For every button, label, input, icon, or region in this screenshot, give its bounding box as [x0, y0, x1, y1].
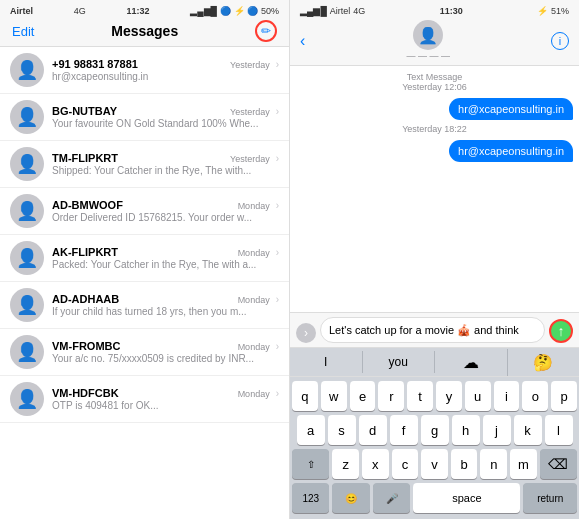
msg-content: AD-ADHAAB Monday › If your child has tur… [52, 293, 279, 318]
msg-time: Yesterday › [230, 153, 279, 164]
autocomplete-item-you[interactable]: you [363, 351, 436, 373]
key-a[interactable]: a [297, 415, 325, 445]
msg-content: +91 98831 87881 Yesterday › hr@xcapeonsu… [52, 58, 279, 83]
emoji-key[interactable]: 😊 [332, 483, 369, 513]
send-icon: ↑ [558, 323, 565, 339]
key-s[interactable]: s [328, 415, 356, 445]
list-item[interactable]: 👤 AK-FLIPKRT Monday › Packed: Your Catch… [0, 235, 289, 282]
send-button[interactable]: ↑ [549, 319, 573, 343]
key-c[interactable]: c [392, 449, 419, 479]
contact-person-icon: 👤 [418, 26, 438, 45]
keyboard: q w e r t y u i o p a s d f g h j k l ⇧ … [290, 377, 579, 519]
left-panel: Airtel 4G 11:32 ▂▄▆█ 🔵 ⚡ 🔵 50% Edit Mess… [0, 0, 290, 519]
key-h[interactable]: h [452, 415, 480, 445]
key-l[interactable]: l [545, 415, 573, 445]
list-item[interactable]: 👤 VM-HDFCBK Monday › OTP is 409481 for O… [0, 376, 289, 423]
key-w[interactable]: w [321, 381, 347, 411]
list-item[interactable]: 👤 AD-BMWOOF Monday › Order Delivered ID … [0, 188, 289, 235]
compose-icon: ✏ [261, 24, 271, 38]
mic-key[interactable]: 🎤 [373, 483, 410, 513]
key-d[interactable]: d [359, 415, 387, 445]
autocomplete-item-i[interactable]: I [290, 351, 363, 373]
msg-preview: Packed: Your Catcher in the Rye, The wit… [52, 259, 279, 270]
num-key[interactable]: 123 [292, 483, 329, 513]
msg-content: VM-HDFCBK Monday › OTP is 409481 for OK.… [52, 387, 279, 412]
key-t[interactable]: t [407, 381, 433, 411]
right-carrier-name: Airtel [330, 6, 351, 16]
key-v[interactable]: v [421, 449, 448, 479]
expand-button[interactable]: › [296, 323, 316, 343]
avatar: 👤 [10, 335, 44, 369]
chevron-icon: › [276, 247, 279, 258]
autocomplete-bar: I you ☁ 🤔 [290, 347, 579, 377]
info-button[interactable]: i [551, 32, 569, 50]
key-q[interactable]: q [292, 381, 318, 411]
key-z[interactable]: z [332, 449, 359, 479]
right-nav: ‹ 👤 — — — — i [300, 20, 569, 61]
msg-top: AK-FLIPKRT Monday › [52, 246, 279, 259]
keyboard-row-1: q w e r t y u i o p [292, 381, 577, 411]
compose-button[interactable]: ✏ [255, 20, 277, 42]
message-input[interactable]: Let's catch up for a movie 🎪 and think [320, 317, 545, 343]
key-u[interactable]: u [465, 381, 491, 411]
msg-time: Monday › [238, 294, 279, 305]
msg-name: BG-NUTBAY [52, 105, 117, 117]
person-icon: 👤 [16, 153, 38, 175]
avatar: 👤 [10, 288, 44, 322]
key-o[interactable]: o [522, 381, 548, 411]
msg-name: +91 98831 87881 [52, 58, 138, 70]
list-item[interactable]: 👤 AD-ADHAAB Monday › If your child has t… [0, 282, 289, 329]
chat-timestamp-1: Yesterday 12:06 [402, 82, 467, 92]
key-r[interactable]: r [378, 381, 404, 411]
bluetooth-icon: ⚡ [537, 6, 548, 16]
key-n[interactable]: n [480, 449, 507, 479]
key-b[interactable]: b [451, 449, 478, 479]
contact-header[interactable]: 👤 — — — — [406, 20, 450, 61]
msg-top: BG-NUTBAY Yesterday › [52, 105, 279, 118]
autocomplete-item-cloud[interactable]: ☁ [435, 349, 508, 376]
list-item[interactable]: 👤 BG-NUTBAY Yesterday › Your favourite O… [0, 94, 289, 141]
avatar: 👤 [10, 241, 44, 275]
autocomplete-item-think[interactable]: 🤔 [508, 349, 580, 376]
thinking-emoji: 🤔 [533, 354, 553, 371]
autocomplete-label-you: you [389, 355, 408, 369]
msg-time: Yesterday › [230, 106, 279, 117]
backspace-key[interactable]: ⌫ [540, 449, 577, 479]
key-j[interactable]: j [483, 415, 511, 445]
chat-area: Text Message Yesterday 12:06 hr@xcapeons… [290, 66, 579, 312]
person-icon: 👤 [16, 294, 38, 316]
right-status-bar: ▂▄▆█ Airtel 4G 11:30 ⚡ 51% [300, 6, 569, 16]
key-i[interactable]: i [494, 381, 520, 411]
chat-bubble: hr@xcapeonsulting.in [449, 98, 573, 120]
right-panel: ▂▄▆█ Airtel 4G 11:30 ⚡ 51% ‹ 👤 — — — — i [290, 0, 579, 519]
avatar: 👤 [10, 194, 44, 228]
key-p[interactable]: p [551, 381, 577, 411]
edit-button[interactable]: Edit [12, 24, 34, 39]
space-key[interactable]: space [413, 483, 520, 513]
msg-time-text: Monday [238, 201, 270, 211]
msg-time: Monday › [238, 247, 279, 258]
return-key[interactable]: return [523, 483, 577, 513]
list-item[interactable]: 👤 VM-FROMBC Monday › Your a/c no. 75/xxx… [0, 329, 289, 376]
chevron-icon: › [276, 341, 279, 352]
msg-content: VM-FROMBC Monday › Your a/c no. 75/xxxx0… [52, 340, 279, 365]
expand-icon: › [304, 326, 308, 340]
back-button[interactable]: ‹ [300, 32, 305, 50]
msg-time: Monday › [238, 388, 279, 399]
list-item[interactable]: 👤 TM-FLIPKRT Yesterday › Shipped: Your C… [0, 141, 289, 188]
list-item[interactable]: 👤 +91 98831 87881 Yesterday › hr@xcapeon… [0, 47, 289, 94]
keyboard-row-3: ⇧ z x c v b n m ⌫ [292, 449, 577, 479]
msg-time-text: Yesterday [230, 107, 270, 117]
key-y[interactable]: y [436, 381, 462, 411]
msg-top: AD-BMWOOF Monday › [52, 199, 279, 212]
key-m[interactable]: m [510, 449, 537, 479]
key-g[interactable]: g [421, 415, 449, 445]
chevron-icon: › [276, 106, 279, 117]
key-f[interactable]: f [390, 415, 418, 445]
shift-key[interactable]: ⇧ [292, 449, 329, 479]
message-list: 👤 +91 98831 87881 Yesterday › hr@xcapeon… [0, 47, 289, 519]
msg-preview: Your favourite ON Gold Standard 100% Whe… [52, 118, 279, 129]
key-x[interactable]: x [362, 449, 389, 479]
key-k[interactable]: k [514, 415, 542, 445]
key-e[interactable]: e [350, 381, 376, 411]
